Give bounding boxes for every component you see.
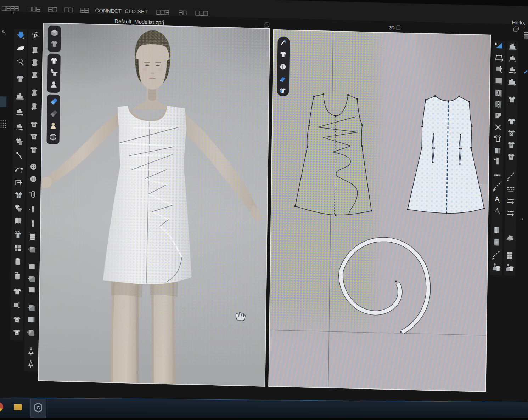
svg-text:A: A (495, 207, 499, 214)
svg-text:C: C (36, 405, 40, 410)
svg-text:A: A (495, 195, 500, 203)
